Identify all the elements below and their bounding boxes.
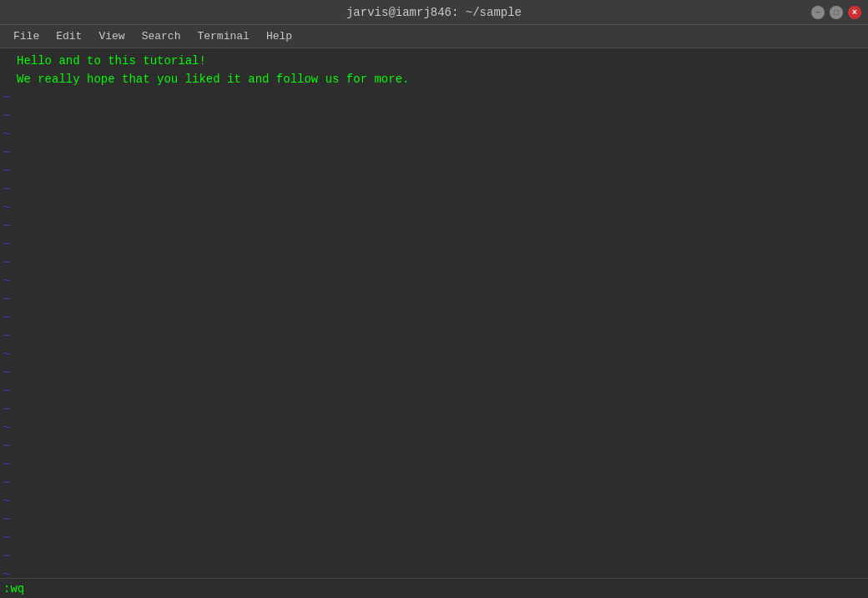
line-gutter: ~: [3, 107, 17, 125]
editor-line: Hello and to this tutorial!: [3, 52, 865, 70]
editor-line: ~: [3, 455, 865, 474]
editor-line: ~: [3, 437, 865, 455]
editor-line: ~: [3, 382, 865, 400]
line-gutter: ~: [3, 198, 17, 217]
editor-line: ~: [3, 88, 865, 107]
line-gutter: ~: [3, 437, 17, 455]
editor-line: ~: [3, 492, 865, 510]
line-gutter: ~: [3, 364, 17, 382]
line-text: Hello and to this tutorial!: [17, 52, 865, 70]
editor-line: ~: [3, 254, 865, 272]
editor-line: ~: [3, 419, 865, 437]
menu-item-file[interactable]: File: [7, 28, 46, 44]
editor-line: ~: [3, 327, 865, 345]
status-bar: :wq: [0, 578, 868, 598]
line-gutter: ~: [3, 455, 17, 474]
editor-line: ~: [3, 235, 865, 254]
editor-line: ~: [3, 162, 865, 180]
line-text: We really hope that you liked it and fol…: [17, 70, 865, 88]
editor-line: ~: [3, 290, 865, 309]
title-bar: jarvis@iamrj846: ~/sample – □ ×: [0, 0, 868, 25]
menu-item-terminal[interactable]: Terminal: [190, 28, 255, 44]
line-gutter: ~: [3, 400, 17, 419]
line-gutter: ~: [3, 345, 17, 364]
menu-item-help[interactable]: Help: [260, 28, 299, 44]
menu-item-edit[interactable]: Edit: [49, 28, 88, 44]
line-gutter: ~: [3, 180, 17, 198]
editor-line: ~: [3, 125, 865, 143]
line-gutter: ~: [3, 235, 17, 254]
editor-line: ~: [3, 547, 865, 565]
minimize-button[interactable]: –: [811, 6, 825, 19]
close-button[interactable]: ×: [848, 6, 861, 19]
menu-item-view[interactable]: View: [92, 28, 131, 44]
editor-line: ~: [3, 400, 865, 419]
line-gutter: ~: [3, 474, 17, 492]
line-gutter: ~: [3, 510, 17, 529]
line-gutter: ~: [3, 125, 17, 143]
editor-line: We really hope that you liked it and fol…: [3, 70, 865, 88]
line-gutter: ~: [3, 254, 17, 272]
menu-bar: FileEditViewSearchTerminalHelp: [0, 25, 868, 48]
line-gutter: ~: [3, 492, 17, 510]
line-gutter: ~: [3, 547, 17, 565]
line-gutter: ~: [3, 382, 17, 400]
line-gutter: ~: [3, 565, 17, 578]
editor-content: Hello and to this tutorial!We really hop…: [3, 52, 865, 578]
editor-line: ~: [3, 474, 865, 492]
menu-item-search[interactable]: Search: [135, 28, 188, 44]
line-gutter: ~: [3, 419, 17, 437]
line-gutter: ~: [3, 309, 17, 327]
vim-command: :wq: [3, 582, 24, 595]
line-gutter: ~: [3, 143, 17, 162]
line-gutter: ~: [3, 217, 17, 235]
window-controls: – □ ×: [811, 6, 861, 19]
line-gutter: ~: [3, 162, 17, 180]
editor-line: ~: [3, 565, 865, 578]
line-gutter: ~: [3, 88, 17, 107]
editor-line: ~: [3, 510, 865, 529]
editor-line: ~: [3, 143, 865, 162]
line-gutter: ~: [3, 327, 17, 345]
line-gutter: ~: [3, 290, 17, 309]
window-title: jarvis@iamrj846: ~/sample: [346, 6, 522, 19]
editor-line: ~: [3, 529, 865, 547]
editor-area: Hello and to this tutorial!We really hop…: [0, 48, 868, 578]
editor-line: ~: [3, 107, 865, 125]
editor-line: ~: [3, 364, 865, 382]
restore-button[interactable]: □: [830, 6, 843, 19]
editor-line: ~: [3, 345, 865, 364]
editor-line: ~: [3, 272, 865, 290]
editor-line: ~: [3, 309, 865, 327]
editor-line: ~: [3, 198, 865, 217]
editor-line: ~: [3, 180, 865, 198]
line-gutter: ~: [3, 529, 17, 547]
line-gutter: ~: [3, 272, 17, 290]
editor-line: ~: [3, 217, 865, 235]
